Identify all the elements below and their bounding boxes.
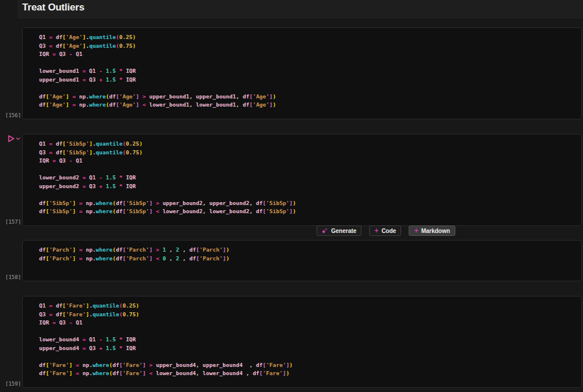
code-cell-age[interactable]: Q1 = df['Age'].quantile(0.25)Q3 = df['Ag… [22, 27, 582, 119]
code-line: Q1 = df['SibSp'].quantile(0.25) [39, 140, 579, 149]
code-line: df['SibSp'] = np.where(df['SibSp'] > upp… [39, 199, 579, 208]
execution-count: [158] [5, 274, 22, 280]
code-line: Q3 = df['Fare'].quantile(0.75) [39, 310, 579, 319]
plus-icon: + [374, 227, 378, 234]
code-line: Q1 = df['Age'].quantile(0.25) [39, 33, 579, 42]
code-cell-sibsp[interactable]: Q1 = df['SibSp'].quantile(0.25)Q3 = df['… [22, 134, 582, 226]
code-line: lower_bound4 = Q1 - 1.5 * IQR [39, 336, 579, 344]
code-line: df['Parch'] = np.where(df['Parch'] < 0 ,… [39, 255, 579, 263]
code-line: IQR = Q3 - Q1 [39, 319, 579, 327]
code-line [39, 59, 579, 68]
code-cell-parch[interactable]: df['Parch'] = np.where(df['Parch'] > 1 ,… [22, 240, 582, 281]
code-line: upper_bound1 = Q3 + 1.5 * IQR [39, 76, 579, 84]
code-line: upper_bound4 = Q3 + 1.5 * IQR [39, 344, 579, 353]
code-label: Code [381, 228, 396, 234]
code-line: lower_bound2 = Q1 - 1.5 * IQR [39, 174, 579, 182]
code-line: df['Parch'] = np.where(df['Parch'] > 1 ,… [39, 246, 579, 255]
code-line [39, 352, 579, 361]
run-cell-button[interactable] [7, 134, 22, 143]
code-line [39, 190, 579, 199]
chevron-down-icon [16, 137, 20, 140]
code-line: df['SibSp'] = np.where(df['SibSp'] < low… [39, 207, 579, 216]
add-code-cell-button[interactable]: + Code [369, 225, 401, 236]
markdown-cell: Treat Outliers [17, 0, 583, 20]
code-line: upper_bound2 = Q3 + 1.5 * IQR [39, 182, 579, 191]
code-line [39, 327, 579, 336]
code-line: lower_bound1 = Q1 - 1.5 * IQR [39, 67, 579, 76]
execution-count: [159] [5, 381, 22, 387]
code-cell-fare[interactable]: Q1 = df['Fare'].quantile(0.25)Q3 = df['F… [22, 296, 582, 388]
page-title: Treat Outliers [22, 2, 85, 13]
add-markdown-cell-button[interactable]: + Markdown [409, 225, 455, 236]
play-icon [7, 135, 15, 143]
code-line [39, 84, 579, 93]
code-line: IQR = Q3 - Q1 [39, 157, 579, 165]
execution-count: [156] [5, 112, 22, 118]
notebook-page: Treat Outliers Q1 = df['Age'].quantile(0… [0, 0, 583, 392]
generate-button[interactable]: Generate [317, 225, 361, 236]
code-line: df['Fare'] = np.where(df['Fare'] > upper… [39, 361, 579, 370]
code-line: df['Age'] = np.where(df['Age'] > upper_b… [39, 93, 579, 101]
insert-cell-toolbar: Generate + Code + Markdown [317, 225, 455, 236]
sparkle-icon [322, 228, 328, 234]
code-line: Q3 = df['SibSp'].quantile(0.75) [39, 149, 579, 157]
execution-count: [157] [5, 219, 22, 225]
markdown-label: Markdown [421, 228, 449, 234]
plus-icon: + [414, 227, 418, 234]
code-line: Q3 = df['Age'].quantile(0.75) [39, 42, 579, 51]
code-editor[interactable]: Q1 = df['SibSp'].quantile(0.25)Q3 = df['… [39, 140, 579, 216]
generate-label: Generate [331, 228, 356, 234]
code-line [39, 165, 579, 174]
code-editor[interactable]: Q1 = df['Fare'].quantile(0.25)Q3 = df['F… [39, 302, 579, 378]
code-line: IQR = Q3 - Q1 [39, 50, 579, 59]
code-editor[interactable]: df['Parch'] = np.where(df['Parch'] > 1 ,… [39, 246, 579, 263]
code-line: df['Age'] = np.where(df['Age'] < lower_b… [39, 101, 579, 110]
code-line: Q1 = df['Fare'].quantile(0.25) [39, 302, 579, 310]
code-line: df['Fare'] = np.where(df['Fare'] < lower… [39, 369, 579, 378]
code-editor[interactable]: Q1 = df['Age'].quantile(0.25)Q3 = df['Ag… [39, 33, 579, 110]
